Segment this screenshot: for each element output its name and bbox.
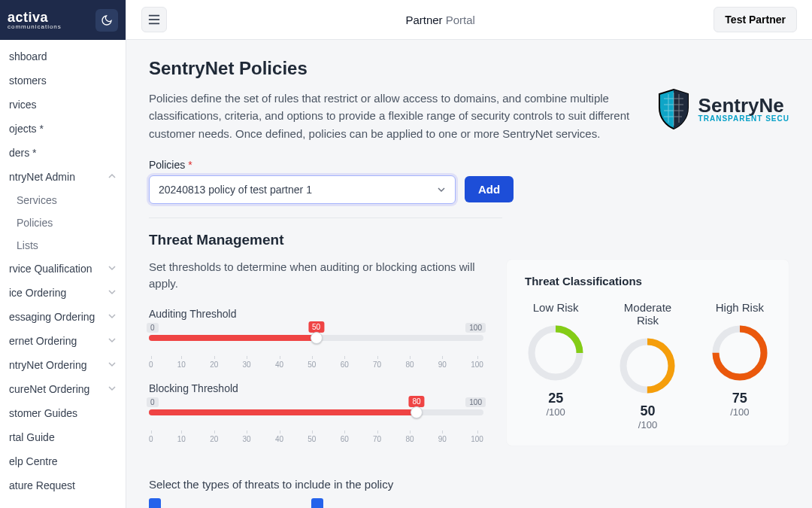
sidebar-header: activa communications: [0, 0, 126, 40]
sidebar-item[interactable]: stomer Guides: [0, 401, 126, 425]
chevron-down-icon: [108, 383, 117, 395]
blocking-threshold-slider[interactable]: 0 100 80: [149, 399, 483, 414]
sidebar-item-label: ders *: [9, 147, 37, 159]
gauge-value: 50: [617, 403, 678, 419]
include-threats-text: Select the types of threats to include i…: [149, 478, 789, 491]
threat-classifications-panel: Threat Classifications Low Risk 25 /100 …: [506, 259, 789, 446]
slider-max-badge: 100: [465, 397, 486, 407]
checkbox-item[interactable]: [311, 498, 323, 508]
topbar: Partner Portal Test Partner: [126, 0, 812, 40]
sidebar-item[interactable]: rvices: [0, 93, 126, 117]
checkbox-icon: [311, 498, 323, 508]
test-partner-button[interactable]: Test Partner: [714, 7, 797, 32]
shield-icon: [656, 88, 691, 130]
sidebar-item-label: rvice Qualification: [9, 263, 92, 275]
blocking-value-badge: 80: [408, 396, 424, 407]
logo-text: SentryNe: [698, 96, 789, 115]
slider-ticks: 0102030405060708090100: [149, 360, 483, 369]
blocking-threshold-label: Blocking Threshold: [149, 382, 483, 394]
gauge-ring-icon: [526, 323, 586, 383]
content: SentryNet Policies Policies define the s…: [126, 40, 812, 508]
sidebar-item[interactable]: rvice Qualification: [0, 257, 126, 281]
sidebar-item-label: stomer Guides: [9, 407, 77, 419]
sidebar-item[interactable]: cureNet Ordering: [0, 377, 126, 401]
sidebar-item[interactable]: elp Centre: [0, 449, 126, 473]
menu-button[interactable]: [141, 7, 167, 32]
sentrynet-logo: SentryNe TRANSPARENT SECU: [656, 58, 789, 130]
chevron-down-icon: [108, 263, 117, 275]
gauge-ring-icon: [710, 323, 770, 383]
checkbox-icon: [149, 498, 161, 508]
sidebar-item-label: ntryNet Admin: [9, 171, 75, 183]
sidebar-item-label: ature Request: [9, 479, 75, 491]
gauge-max: /100: [525, 406, 586, 418]
sidebar-item-label: rvices: [9, 99, 37, 111]
theme-toggle-button[interactable]: [95, 9, 118, 32]
brand-logo: activa communications: [8, 11, 62, 30]
auditing-value-badge: 50: [308, 321, 324, 333]
sidebar-subitem[interactable]: Services: [8, 189, 126, 211]
sidebar-item[interactable]: essaging Ordering: [0, 305, 126, 329]
policies-select[interactable]: 20240813 policy of test partner 1: [149, 175, 456, 204]
chevron-down-icon: [437, 185, 446, 194]
sidebar-item[interactable]: shboard: [0, 44, 126, 68]
sidebar-item[interactable]: ders *: [0, 141, 126, 165]
classifications-title: Threat Classifications: [525, 275, 771, 287]
sidebar-item[interactable]: rtal Guide: [0, 425, 126, 449]
gauge-value: 25: [525, 391, 586, 406]
sidebar-item[interactable]: ernet Ordering: [0, 329, 126, 353]
hamburger-icon: [148, 14, 160, 25]
sidebar-subitem[interactable]: Policies: [8, 211, 126, 234]
chevron-down-icon: [108, 287, 117, 299]
sidebar-item-label: shboard: [9, 50, 47, 62]
gauge-value: 75: [709, 391, 771, 406]
sidebar-item[interactable]: ntryNet Ordering: [0, 353, 126, 377]
sidebar-item[interactable]: ice Ordering: [0, 281, 126, 305]
topbar-title: Partner Portal: [179, 14, 701, 26]
page-title: SentryNet Policies: [149, 58, 638, 79]
sidebar-item-label: rtal Guide: [9, 431, 55, 443]
threat-section-title: Threat Management: [149, 232, 789, 248]
slider-ticks: 0102030405060708090100: [149, 435, 483, 443]
gauge: Low Risk 25 /100: [525, 301, 586, 430]
sidebar-item-label: elp Centre: [9, 455, 58, 467]
sidebar-item[interactable]: stomers: [0, 68, 126, 93]
gauge-max: /100: [709, 406, 771, 418]
gauge-max: /100: [617, 419, 678, 430]
divider: [149, 217, 502, 218]
main: Partner Portal Test Partner SentryNet Po…: [126, 0, 812, 508]
slider-thumb[interactable]: [311, 332, 323, 344]
gauge: High Risk 75 /100: [709, 301, 771, 430]
moon-icon: [101, 14, 113, 26]
sidebar-item[interactable]: ntryNet Admin: [0, 165, 126, 189]
slider-max-badge: 100: [465, 323, 486, 333]
sidebar-item[interactable]: ojects *: [0, 117, 126, 141]
threat-description: Set thresholds to determine when auditin…: [149, 259, 480, 293]
sidebar-item-label: stomers: [9, 75, 47, 87]
sidebar-subitem[interactable]: Lists: [8, 234, 126, 257]
sidebar-item-label: ernet Ordering: [9, 335, 77, 347]
sidebar: activa communications shboardstomersrvic…: [0, 0, 126, 508]
slider-thumb[interactable]: [411, 406, 423, 418]
policies-select-value: 20240813 policy of test partner 1: [159, 184, 312, 196]
chevron-down-icon: [108, 335, 117, 347]
gauge-ring-icon: [617, 336, 677, 396]
logo-subtext: TRANSPARENT SECU: [698, 115, 789, 123]
chevron-up-icon: [108, 171, 117, 183]
gauge: Moderate Risk 50 /100: [617, 301, 678, 430]
add-button[interactable]: Add: [465, 176, 514, 202]
auditing-threshold-slider[interactable]: 0 100 50: [149, 324, 483, 339]
auditing-threshold-label: Auditing Threshold: [149, 308, 483, 320]
gauge-label: Moderate Risk: [617, 301, 678, 327]
gauge-label: Low Risk: [525, 301, 586, 314]
sidebar-item-label: ice Ordering: [9, 287, 66, 299]
sidebar-item-label: ojects *: [9, 123, 44, 135]
checkbox-item[interactable]: [149, 498, 161, 508]
sidebar-item-label: essaging Ordering: [9, 311, 95, 323]
chevron-down-icon: [108, 311, 117, 323]
nav: shboardstomersrvicesojects *ders *ntryNe…: [0, 40, 126, 508]
page-description: Policies define the set of rules that re…: [149, 90, 638, 142]
sidebar-item[interactable]: ature Request: [0, 473, 126, 497]
brand-sub: communications: [8, 24, 62, 30]
chevron-down-icon: [108, 359, 117, 371]
